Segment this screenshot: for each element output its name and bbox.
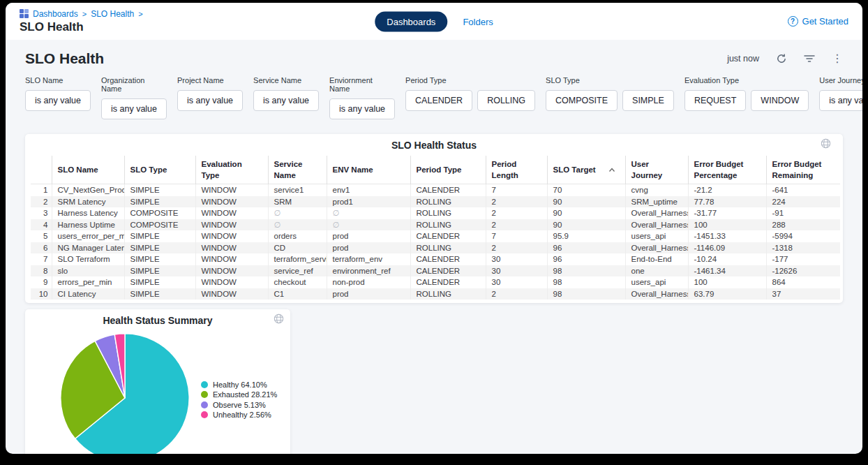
cell-error-budget-remaining: -91 [766,207,840,219]
filter-bar: SLO Nameis any valueOrganization Nameis … [25,76,843,119]
column-header-error-budget-percentage[interactable]: Error Budget Percentage [688,156,766,184]
slo-health-status-card: SLO Health Status SLO NameSLO TypeEvalua… [25,134,843,303]
filter-buttons: is any value [253,90,319,111]
filter-buttons: is any value [101,98,167,119]
kebab-menu-icon[interactable]: ⋮ [832,53,843,64]
cell-slo-type: SIMPLE [124,242,195,254]
breadcrumb-link-dashboards[interactable]: Dashboards [33,9,78,19]
cell-env-name: terraform_env [327,253,410,265]
cell-slo-target: 90 [547,196,625,208]
cell-service-name: ∅ [268,207,327,219]
globe-icon [274,313,284,327]
filter-button-evaluation-type-request[interactable]: REQUEST [684,90,746,111]
dashboard-body: SLO Health just now ⋮ SLO Nameis any val… [6,50,862,454]
cell-period-type: ROLLING [410,219,486,231]
dashboards-grid-icon [20,9,29,18]
cell-slo-type: SIMPLE [124,276,195,288]
cell-env-name: ∅ [327,207,410,219]
cell-error-budget-percentage: -31.77 [688,207,766,219]
cell-slo-type: SIMPLE [124,265,195,277]
legend-item-observe: Observe 5.13% [201,401,277,409]
column-header-period-length[interactable]: Period Length [486,156,547,184]
filter-button-organization-name-is-any-value[interactable]: is any value [101,98,167,119]
cell-env-name: prod [327,288,410,300]
cell-slo-target: 96 [547,242,625,254]
filter-button-slo-type-simple[interactable]: SIMPLE [622,90,674,111]
cell-error-budget-percentage: 63.79 [688,288,766,300]
dashboard-actions: just now ⋮ [727,53,843,64]
cell-evaluation-type: WINDOW [195,265,268,277]
cell-slo-type: SIMPLE [124,184,195,196]
column-header-slo-target[interactable]: SLO Target [547,156,625,184]
filter-button-project-name-is-any-value[interactable]: is any value [177,90,243,111]
row-number: 6 [31,242,52,254]
cell-service-name: C1 [268,288,327,300]
column-header-error-budget-remaining[interactable]: Error Budget Remaining [766,156,840,184]
row-number: 1 [31,184,52,196]
cell-period-type: CALENDER [410,253,486,265]
cell-period-type: ROLLING [410,242,486,254]
cell-period-length: 7 [486,230,547,242]
cell-evaluation-type: WINDOW [195,242,268,254]
pie-chart-area: Healthy 64.10%Exhausted 28.21%Observe 5.… [25,331,290,454]
column-header-env-name[interactable]: ENV Name [327,156,410,184]
cell-error-budget-remaining: -5994 [766,230,840,242]
cell-env-name: prod1 [327,196,410,208]
cell-period-type: ROLLING [410,196,486,208]
health-status-pie-chart [58,331,192,454]
cell-user-journey: Overall_Harness [625,207,688,219]
pie-card-header: Health Status Summary [25,309,290,331]
column-header-user-journey[interactable]: User Journey [625,156,688,184]
column-header-service-name[interactable]: Service Name [268,156,327,184]
filter-button-slo-type-composite[interactable]: COMPOSITE [546,90,618,111]
cell-evaluation-type: WINDOW [195,219,268,231]
cell-error-budget-percentage: -1146.09 [688,242,766,254]
table-row: 9errors_per_minSIMPLEWINDOWcheckoutnon-p… [31,276,840,288]
cell-service-name: ∅ [268,219,327,231]
legend-label: Observe 5.13% [213,401,266,409]
refresh-icon[interactable] [776,53,787,64]
filter-button-user-journey-is-any-value[interactable]: is any value [819,90,862,111]
cell-env-name: ∅ [327,219,410,231]
tab-dashboards[interactable]: Dashboards [375,11,447,31]
cell-error-budget-remaining: 37 [766,288,840,300]
cell-error-budget-percentage: -21.2 [688,184,766,196]
filter-group-period-type: Period TypeCALENDERROLLING [405,76,535,119]
filter-buttons: REQUESTWINDOW [684,90,809,111]
table-row: 6NG Manager LatencySIMPLEWINDOWCDprodROL… [31,242,840,254]
cell-service-name: service1 [268,184,327,196]
filter-buttons: is any value [177,90,243,111]
column-header-period-type[interactable]: Period Type [410,156,486,184]
cell-service-name: CD [268,242,327,254]
cell-evaluation-type: WINDOW [195,184,268,196]
cell-user-journey: Overall_Harness [625,219,688,231]
cell-slo-type: COMPOSITE [124,207,195,219]
get-started-link[interactable]: ? Get Started [788,16,848,27]
filter-icon[interactable] [804,54,815,64]
view-tabs: Dashboards Folders [375,11,493,31]
cell-evaluation-type: WINDOW [195,207,268,219]
filter-button-evaluation-type-window[interactable]: WINDOW [751,90,809,111]
breadcrumb-link-slo-health[interactable]: SLO Health [91,9,134,19]
cell-service-name: SRM [268,196,327,208]
cell-error-budget-percentage: 100 [688,219,766,231]
filter-button-enviornment-name-is-any-value[interactable]: is any value [329,98,395,119]
cell-service-name: service_ref [268,265,327,277]
filter-button-slo-name-is-any-value[interactable]: is any value [25,90,91,111]
filter-button-period-type-rolling[interactable]: ROLLING [477,90,535,111]
dashboard-title-row: SLO Health just now ⋮ [25,50,843,67]
tab-folders[interactable]: Folders [463,16,493,27]
table-row: 8sloSIMPLEWINDOWservice_refenvironment_r… [31,265,840,277]
column-header-evaluation-type[interactable]: Evaluation Type [195,156,268,184]
column-header-slo-type[interactable]: SLO Type [124,156,195,184]
cell-env-name: environment_ref [327,265,410,277]
cell-period-length: 7 [486,184,547,196]
column-header-slo-name[interactable]: SLO Name [52,156,124,184]
cell-user-journey: SRM_uptime [625,196,688,208]
pie-legend: Healthy 64.10%Exhausted 28.21%Observe 5.… [201,378,277,421]
cell-env-name: prod [327,242,410,254]
filter-button-period-type-calender[interactable]: CALENDER [405,90,472,111]
filter-group-slo-name: SLO Nameis any value [25,76,91,119]
cell-slo-type: COMPOSITE [124,219,195,231]
filter-button-service-name-is-any-value[interactable]: is any value [253,90,319,111]
